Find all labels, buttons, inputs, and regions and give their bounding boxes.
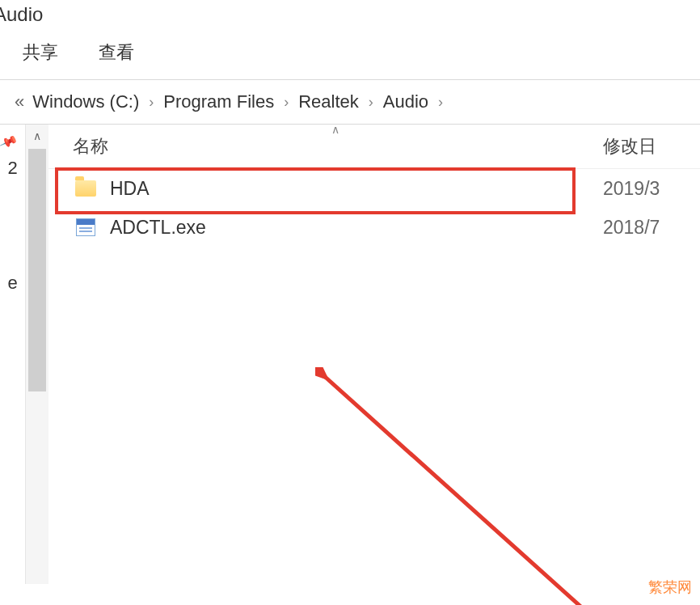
file-list: ∧ 名称 修改日 HDA 2019/3 ADCTL.exe 2018/7 [48, 125, 700, 584]
exe-icon [73, 216, 99, 239]
chevron-right-icon: › [144, 94, 158, 111]
file-name: ADCTL.exe [110, 217, 603, 239]
column-header-modified[interactable]: 修改日 [603, 134, 700, 159]
file-modified-date: 2018/7 [603, 217, 700, 239]
watermark: 繁荣网 [648, 578, 692, 597]
columns-header: 名称 修改日 [48, 125, 700, 169]
nav-item-truncated[interactable]: 2 [3, 158, 23, 179]
chevron-right-icon: › [279, 94, 293, 111]
breadcrumb-segment-program-files[interactable]: Program Files [158, 91, 279, 112]
file-row[interactable]: ADCTL.exe 2018/7 [48, 208, 700, 247]
scroll-thumb[interactable] [28, 149, 46, 391]
annotation-arrow [315, 367, 700, 605]
ribbon-tabs: 共享 查看 [0, 31, 700, 80]
file-name: HDA [110, 178, 603, 200]
file-modified-date: 2019/3 [603, 178, 700, 200]
nav-scrollbar[interactable]: ∧ [26, 125, 48, 584]
pin-icon[interactable]: 📌 [0, 132, 18, 152]
nav-pane: 📌 2 e [0, 125, 26, 584]
scroll-up-icon[interactable]: ∧ [33, 125, 41, 147]
tab-view[interactable]: 查看 [99, 40, 134, 65]
sort-indicator-icon[interactable]: ∧ [331, 123, 339, 136]
svg-line-1 [323, 375, 700, 605]
breadcrumb-bar[interactable]: « Windows (C:) › Program Files › Realtek… [0, 80, 700, 125]
breadcrumb-segment-audio[interactable]: Audio [378, 91, 433, 112]
breadcrumb-segment-realtek[interactable]: Realtek [293, 91, 364, 112]
column-header-name[interactable]: 名称 [73, 134, 603, 159]
folder-icon [73, 177, 99, 200]
breadcrumb-segment-drive[interactable]: Windows (C:) [27, 91, 144, 112]
content-area: 📌 2 e ∧ ∧ 名称 修改日 HDA 2019/3 ADCTL.exe 20… [0, 125, 700, 584]
file-row[interactable]: HDA 2019/3 [48, 169, 700, 208]
tab-share[interactable]: 共享 [23, 40, 58, 65]
chevron-right-icon: › [433, 94, 448, 111]
chevron-right-icon: › [364, 94, 378, 111]
window-title: Audio [0, 0, 700, 31]
history-back-icon[interactable]: « [6, 91, 27, 112]
nav-item-truncated[interactable]: e [3, 273, 23, 294]
